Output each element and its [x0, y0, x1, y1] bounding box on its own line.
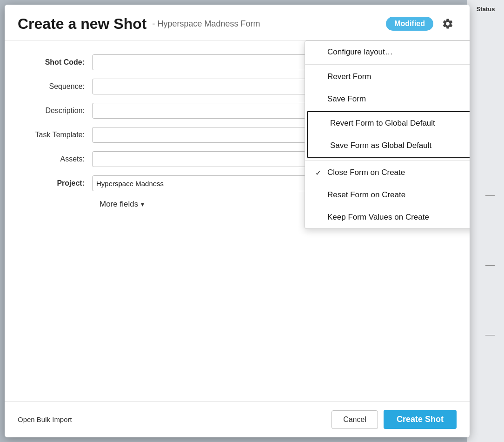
create-shot-dialog: Create a new Shot - Hyperspace Madness F…	[5, 5, 470, 437]
field-label: Project:	[18, 179, 92, 188]
checkmark-close-on-create: ✓	[315, 168, 324, 177]
status-line-2	[485, 265, 495, 266]
modified-badge: Modified	[386, 17, 433, 31]
status-line-1	[485, 195, 495, 196]
dropdown-item-reset-on-create[interactable]: Reset Form on Create	[305, 184, 470, 206]
dropdown-divider	[305, 64, 470, 65]
backdrop: Status Create a new Shot - Hyperspace Ma…	[0, 0, 504, 442]
dropdown-menu: Configure layout…Revert FormSave FormRev…	[305, 40, 470, 229]
dialog-body: Shot Code:Sequence:Description:Task Temp…	[5, 40, 470, 401]
dropdown-divider	[305, 159, 470, 159]
dropdown-item-label-revert-form: Revert Form	[327, 72, 371, 81]
gear-icon	[442, 18, 454, 30]
cancel-button[interactable]: Cancel	[332, 410, 378, 429]
field-label: Task Template:	[18, 131, 92, 139]
dropdown-item-label-revert-global: Revert Form to Global Default	[330, 119, 435, 128]
dropdown-item-save-global[interactable]: Save Form as Global Default	[308, 134, 470, 157]
field-label: Shot Code:	[18, 58, 92, 67]
bulk-import-button[interactable]: Open Bulk Import	[18, 415, 72, 423]
field-label: Description:	[18, 107, 92, 115]
dropdown-divider	[305, 160, 470, 161]
dialog-title: Create a new Shot	[18, 15, 146, 33]
dialog-header: Create a new Shot - Hyperspace Madness F…	[5, 5, 470, 40]
status-label: Status	[467, 0, 504, 18]
field-label: Assets:	[18, 155, 92, 163]
dialog-subtitle: - Hyperspace Madness Form	[152, 19, 260, 29]
dropdown-item-label-keep-values: Keep Form Values on Create	[327, 213, 429, 222]
dropdown-item-revert-form[interactable]: Revert Form	[305, 66, 470, 88]
status-panel: Status	[467, 0, 504, 442]
dropdown-item-close-on-create[interactable]: ✓Close Form on Create	[305, 161, 470, 184]
dropdown-item-label-save-form: Save Form	[327, 94, 366, 104]
dropdown-item-label-close-on-create: Close Form on Create	[327, 168, 405, 177]
gear-button[interactable]	[439, 15, 457, 33]
dropdown-item-save-form[interactable]: Save Form	[305, 88, 470, 110]
dropdown-item-label-reset-on-create: Reset Form on Create	[327, 190, 405, 200]
field-label: Sequence:	[18, 82, 92, 91]
status-line-3	[485, 335, 495, 335]
dropdown-item-keep-values[interactable]: Keep Form Values on Create	[305, 206, 470, 228]
dialog-footer: Open Bulk Import Cancel Create Shot	[5, 401, 470, 437]
dropdown-item-revert-global[interactable]: Revert Form to Global Default	[308, 112, 470, 134]
chevron-down-icon: ▾	[141, 201, 144, 208]
dropdown-group-box: Revert Form to Global DefaultSave Form a…	[307, 111, 470, 158]
create-shot-button[interactable]: Create Shot	[384, 410, 457, 429]
dropdown-item-label-configure-layout: Configure layout…	[327, 47, 393, 57]
more-fields-label: More fields	[99, 200, 138, 209]
dropdown-item-label-save-global: Save Form as Global Default	[330, 141, 431, 150]
dropdown-item-configure-layout[interactable]: Configure layout…	[305, 41, 470, 63]
